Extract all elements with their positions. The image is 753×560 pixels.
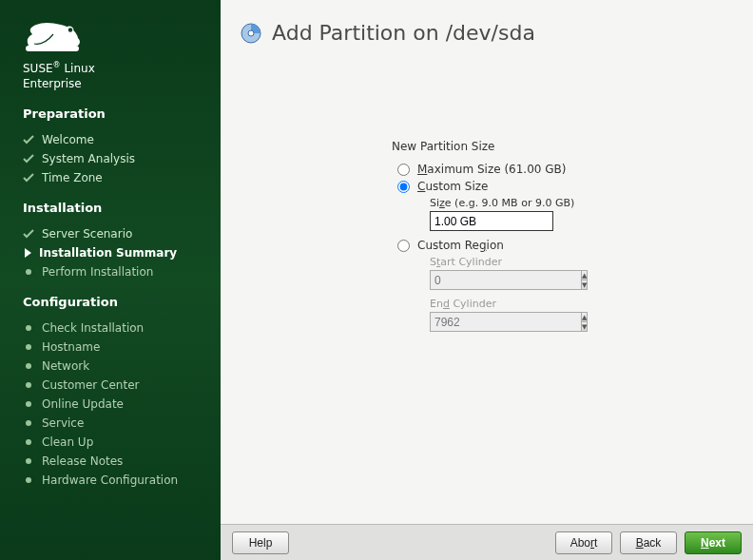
bullet-icon — [26, 363, 31, 369]
brand-line3: Enterprise — [23, 77, 82, 90]
nav-online-update: Online Update — [23, 395, 207, 414]
start-cylinder-spinner[interactable]: ▲▼ — [430, 270, 553, 290]
nav-welcome: Welcome — [23, 130, 207, 149]
bullet-icon — [26, 439, 31, 445]
radio-maximum-size-label: Maximum Size (61.00 GB) — [417, 163, 566, 176]
end-cylinder-input[interactable] — [430, 312, 582, 332]
nav-label: Clean Up — [42, 435, 93, 449]
spin-up-icon[interactable]: ▲ — [582, 271, 587, 280]
nav-clean-up: Clean Up — [23, 433, 207, 452]
page-title: Add Partition on /dev/sda — [272, 21, 535, 45]
abort-button[interactable]: Abort — [555, 531, 612, 554]
radio-custom-size-label: Custom Size — [417, 180, 488, 193]
footer-bar: Help Abort Back Next — [221, 524, 753, 560]
nav-installation-summary: Installation Summary — [23, 243, 207, 262]
suse-chameleon-logo — [23, 17, 89, 57]
check-icon — [23, 134, 34, 145]
nav-service: Service — [23, 414, 207, 433]
bullet-icon — [26, 477, 31, 483]
nav-label: Online Update — [42, 397, 124, 411]
nav-label: Server Scenario — [42, 227, 132, 241]
check-icon — [23, 172, 34, 183]
brand-text: SUSE® Linux Enterprise — [23, 61, 207, 91]
installer-window: SUSE® Linux Enterprise Preparation Welco… — [0, 0, 753, 560]
page-header: Add Partition on /dev/sda — [221, 0, 753, 54]
main-panel: Add Partition on /dev/sda New Partition … — [221, 0, 753, 560]
nav-hardware-configuration: Hardware Configuration — [23, 471, 207, 490]
svg-point-2 — [68, 28, 72, 31]
spinner-buttons[interactable]: ▲▼ — [582, 270, 588, 290]
spin-up-icon[interactable]: ▲ — [582, 313, 587, 322]
nav-label: Hardware Configuration — [42, 473, 178, 487]
brand-line2: Linux — [64, 62, 94, 75]
form-body: New Partition Size Maximum Size (61.00 G… — [221, 54, 753, 524]
spinner-buttons[interactable]: ▲▼ — [582, 312, 588, 332]
nav-server-scenario: Server Scenario — [23, 224, 207, 243]
radio-custom-size[interactable]: Custom Size — [397, 180, 734, 193]
spin-down-icon[interactable]: ▼ — [582, 280, 587, 289]
radio-custom-size-input[interactable] — [397, 181, 410, 193]
nav-label: Hostname — [42, 340, 100, 354]
bullet-icon — [26, 401, 31, 407]
end-cylinder-spinner[interactable]: ▲▼ — [430, 312, 553, 332]
nav-label: Network — [42, 359, 89, 373]
nav-system-analysis: System Analysis — [23, 149, 207, 168]
sidebar: SUSE® Linux Enterprise Preparation Welco… — [0, 0, 221, 560]
nav-label: Installation Summary — [39, 246, 177, 260]
nav-label: Welcome — [42, 133, 94, 146]
nav-label: System Analysis — [42, 152, 135, 165]
bullet-icon — [26, 269, 31, 275]
size-input[interactable] — [430, 211, 553, 231]
check-icon — [23, 228, 34, 240]
svg-rect-0 — [26, 46, 79, 51]
radio-custom-region-label: Custom Region — [417, 239, 504, 252]
bullet-icon — [26, 458, 31, 464]
partition-icon — [240, 22, 262, 45]
start-cylinder-input[interactable] — [430, 270, 582, 290]
nav-label: Time Zone — [42, 171, 103, 184]
help-button[interactable]: Help — [232, 531, 289, 554]
start-cylinder-label: Start Cylinder — [430, 256, 734, 268]
bullet-icon — [26, 382, 31, 388]
radio-custom-region-input[interactable] — [397, 240, 410, 252]
nav-label: Perform Installation — [42, 265, 153, 279]
spin-down-icon[interactable]: ▼ — [582, 322, 587, 331]
radio-maximum-size-input[interactable] — [397, 164, 410, 176]
bullet-icon — [26, 325, 31, 331]
bullet-icon — [26, 420, 31, 426]
arrow-right-icon — [25, 248, 31, 258]
nav-check-installation: Check Installation — [23, 319, 207, 338]
bullet-icon — [26, 344, 31, 350]
custom-size-block: Size (e.g. 9.0 MB or 9.0 GB) — [430, 197, 734, 231]
nav-time-zone: Time Zone — [23, 168, 207, 187]
nav-label: Service — [42, 416, 84, 430]
nav-release-notes: Release Notes — [23, 452, 207, 471]
nav-label: Customer Center — [42, 378, 140, 392]
custom-region-block: Start Cylinder ▲▼ End Cylinder ▲▼ — [430, 256, 734, 332]
check-icon — [23, 153, 34, 164]
svg-point-4 — [248, 30, 254, 36]
next-button[interactable]: Next — [685, 531, 742, 554]
section-configuration: Configuration — [23, 295, 207, 309]
nav-perform-installation: Perform Installation — [23, 262, 207, 281]
nav-network: Network — [23, 357, 207, 376]
back-button[interactable]: Back — [620, 531, 677, 554]
nav-hostname: Hostname — [23, 338, 207, 357]
section-preparation: Preparation — [23, 106, 207, 121]
nav-label: Check Installation — [42, 321, 144, 335]
end-cylinder-label: End Cylinder — [430, 298, 734, 310]
radio-maximum-size[interactable]: Maximum Size (61.00 GB) — [397, 163, 734, 176]
group-new-partition-size: New Partition Size — [392, 140, 734, 153]
radio-custom-region[interactable]: Custom Region — [397, 239, 734, 252]
nav-customer-center: Customer Center — [23, 376, 207, 395]
brand-line1: SUSE — [23, 62, 53, 75]
size-label: Size (e.g. 9.0 MB or 9.0 GB) — [430, 197, 734, 209]
brand-logo-block: SUSE® Linux Enterprise — [23, 17, 207, 91]
section-installation: Installation — [23, 201, 207, 215]
nav-label: Release Notes — [42, 454, 123, 468]
